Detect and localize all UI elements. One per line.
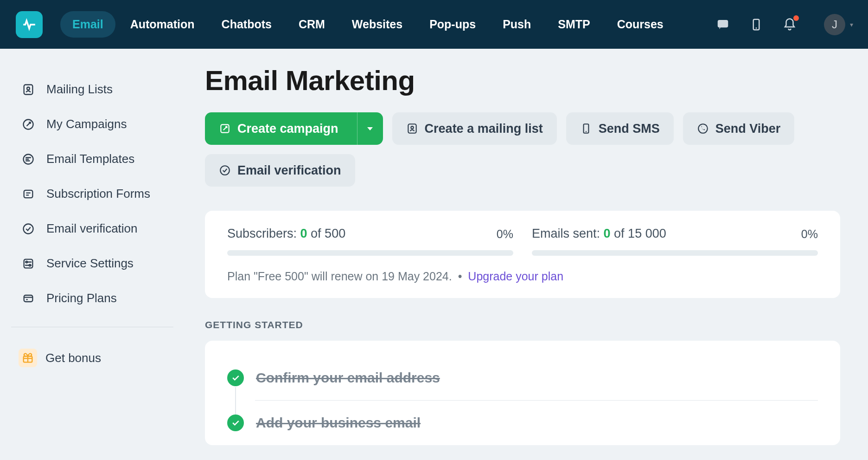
progress-bar (532, 250, 818, 256)
upgrade-plan-link[interactable]: Upgrade your plan (468, 270, 563, 283)
button-label: Send Viber (715, 122, 781, 136)
sidebar-item-label: Get bonus (45, 351, 101, 365)
stat-percent: 0% (497, 227, 513, 241)
svg-point-19 (698, 124, 708, 133)
sidebar-item-label: Email verification (46, 221, 138, 236)
notifications-icon[interactable] (782, 17, 797, 32)
getting-started-card: Confirm your email address Add your busi… (205, 341, 840, 445)
viber-icon (697, 123, 709, 135)
mobile-icon[interactable] (749, 17, 764, 32)
notification-dot-icon (793, 15, 799, 21)
create-mailing-list-button[interactable]: Create a mailing list (392, 112, 557, 145)
sidebar: Mailing Lists My Campaigns Email Templat… (0, 49, 185, 460)
stats-card: Subscribers: 0 of 500 0% Emails sent: 0 … (205, 211, 840, 298)
nav-tab-courses[interactable]: Courses (605, 11, 676, 38)
sidebar-item-get-bonus[interactable]: Get bonus (0, 338, 185, 377)
getting-started-item[interactable]: Confirm your email address (227, 361, 818, 400)
mobile-icon (580, 123, 592, 135)
sidebar-item-mailing-lists[interactable]: Mailing Lists (0, 72, 185, 107)
top-navbar: Email Automation Chatbots CRM Websites P… (0, 0, 868, 49)
sidebar-item-email-templates[interactable]: Email Templates (0, 142, 185, 176)
nav-tab-push[interactable]: Push (491, 11, 543, 38)
svg-point-8 (24, 224, 33, 233)
template-icon (21, 152, 35, 166)
send-viber-button[interactable]: Send Viber (683, 112, 795, 145)
sidebar-item-service-settings[interactable]: Service Settings (0, 246, 185, 281)
check-circle-icon (227, 369, 244, 386)
check-circle-icon (227, 415, 244, 431)
settings-icon (21, 257, 35, 271)
form-icon (21, 187, 35, 201)
contact-icon (406, 123, 418, 135)
stat-value: 0 (604, 227, 611, 240)
nav-tab-websites[interactable]: Websites (340, 11, 415, 38)
gift-icon (21, 351, 35, 365)
main-content: Email Marketing Create campaign Create a… (185, 49, 868, 460)
getting-started-heading: GETTING STARTED (205, 319, 840, 330)
verify-icon (21, 222, 35, 236)
campaign-icon (21, 117, 35, 131)
brand-logo[interactable] (16, 11, 43, 38)
chat-icon[interactable] (715, 17, 730, 32)
sidebar-item-label: My Campaigns (46, 117, 127, 131)
contact-icon (21, 83, 35, 97)
svg-point-11 (29, 264, 31, 266)
sidebar-item-my-campaigns[interactable]: My Campaigns (0, 107, 185, 142)
svg-point-16 (411, 126, 413, 129)
progress-bar (227, 250, 513, 256)
send-sms-button[interactable]: Send SMS (566, 112, 674, 145)
nav-tab-popups[interactable]: Pop-ups (417, 11, 488, 38)
nav-tab-automation[interactable]: Automation (118, 11, 207, 38)
svg-rect-9 (24, 259, 33, 268)
sidebar-item-label: Mailing Lists (46, 82, 113, 97)
svg-point-4 (27, 87, 30, 90)
svg-point-20 (220, 166, 230, 175)
create-campaign-button[interactable]: Create campaign (205, 112, 383, 145)
sidebar-item-label: Pricing Plans (46, 291, 117, 305)
step-label: Add your business email (256, 415, 421, 431)
subscribers-stat: Subscribers: 0 of 500 0% (227, 227, 513, 256)
create-campaign-dropdown[interactable] (357, 112, 383, 145)
nav-tab-crm[interactable]: CRM (287, 11, 337, 38)
nav-tab-chatbots[interactable]: Chatbots (210, 11, 284, 38)
sidebar-item-label: Email Templates (46, 152, 134, 166)
sidebar-item-pricing-plans[interactable]: Pricing Plans (0, 281, 185, 316)
pulse-icon (21, 17, 37, 32)
chevron-down-icon (367, 127, 373, 130)
verify-icon (219, 164, 231, 176)
plan-info: Plan "Free 500" will renew on 19 May 202… (227, 270, 818, 283)
plan-text: Plan "Free 500" will renew on 19 May 202… (227, 270, 452, 283)
button-label: Email verification (237, 163, 341, 178)
sidebar-item-email-verification[interactable]: Email verification (0, 211, 185, 246)
sidebar-item-label: Subscription Forms (46, 187, 150, 201)
stat-suffix: of 500 (307, 227, 346, 240)
stat-label: Emails sent: (532, 227, 604, 240)
nav-tab-smtp[interactable]: SMTP (546, 11, 602, 38)
getting-started-item[interactable]: Add your business email (227, 401, 818, 445)
pricing-icon (21, 292, 35, 305)
action-buttons: Create campaign Create a mailing list Se… (205, 112, 840, 187)
sidebar-item-subscription-forms[interactable]: Subscription Forms (0, 176, 185, 211)
compose-icon (219, 123, 231, 135)
button-label: Create a mailing list (425, 122, 543, 136)
nav-tabs: Email Automation Chatbots CRM Websites P… (60, 11, 676, 38)
topbar-icons: J ▾ (715, 14, 853, 35)
avatar: J (824, 14, 845, 35)
user-menu[interactable]: J ▾ (824, 14, 853, 35)
page-title: Email Marketing (205, 65, 840, 97)
button-label: Send SMS (599, 122, 660, 136)
button-label: Create campaign (237, 122, 338, 136)
sidebar-separator (11, 327, 173, 327)
step-label: Confirm your email address (256, 370, 440, 386)
chevron-down-icon: ▾ (850, 21, 853, 28)
sidebar-item-label: Service Settings (46, 256, 134, 271)
stat-value: 0 (300, 227, 307, 240)
svg-rect-12 (24, 295, 33, 302)
stat-label: Subscribers: (227, 227, 300, 240)
stat-suffix: of 15 000 (611, 227, 666, 240)
svg-point-10 (26, 261, 28, 263)
nav-tab-email[interactable]: Email (60, 11, 115, 38)
emails-sent-stat: Emails sent: 0 of 15 000 0% (532, 227, 818, 256)
stat-percent: 0% (801, 227, 818, 241)
email-verification-button[interactable]: Email verification (205, 154, 355, 187)
